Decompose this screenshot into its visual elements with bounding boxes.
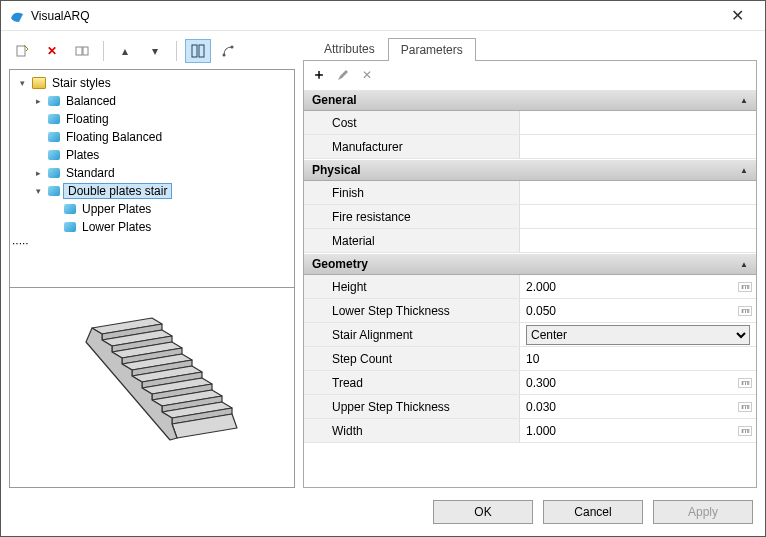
prop-fire-resistance: Fire resistance xyxy=(304,205,756,229)
caret-right-icon[interactable]: ▸ xyxy=(32,96,44,106)
prop-stair-alignment: Stair Alignment Center xyxy=(304,323,756,347)
dialog-footer: OK Cancel Apply xyxy=(1,488,765,536)
tree-item-upper-plates[interactable]: ▸Upper Plates xyxy=(46,200,292,218)
prop-cost: Cost xyxy=(304,111,756,135)
view-mode-b-button[interactable] xyxy=(215,39,241,63)
edit-parameter-button[interactable] xyxy=(332,64,354,86)
unit-icon: ımı xyxy=(738,378,752,388)
unit-icon: ımı xyxy=(738,306,752,316)
tree-item-standard[interactable]: ▸Standard xyxy=(30,164,292,182)
lower-step-thickness-input[interactable] xyxy=(526,304,750,318)
tree-root[interactable]: ▾ Stair styles xyxy=(14,74,292,92)
prop-material: Material xyxy=(304,229,756,253)
caret-down-icon[interactable]: ▾ xyxy=(16,78,28,88)
window-title: VisualARQ xyxy=(31,9,717,23)
prop-width: Width ımı xyxy=(304,419,756,443)
collapse-icon[interactable]: ▲ xyxy=(740,166,748,175)
tree-root-label: Stair styles xyxy=(50,76,113,90)
style-icon xyxy=(48,96,60,106)
step-count-input[interactable] xyxy=(526,352,750,366)
tree-item-double-plates[interactable]: ▾Double plates stair xyxy=(30,182,292,200)
unit-icon: ımı xyxy=(738,426,752,436)
section-physical[interactable]: Physical ▲ xyxy=(304,159,756,181)
svg-rect-4 xyxy=(199,45,204,57)
left-toolbar: ✕ ▴ ▾ xyxy=(9,37,295,65)
style-icon xyxy=(48,132,60,142)
tab-attributes[interactable]: Attributes xyxy=(311,37,388,60)
svg-point-5 xyxy=(223,54,226,57)
prop-height: Height ımı xyxy=(304,275,756,299)
right-panel: Attributes Parameters ＋ ✕ General ▲ Cost… xyxy=(303,37,757,488)
tree-item-lower-plates[interactable]: ▸Lower Plates xyxy=(46,218,292,236)
height-input[interactable] xyxy=(526,280,750,294)
caret-right-icon[interactable]: ▸ xyxy=(32,168,44,178)
stair-preview-icon xyxy=(62,298,242,478)
style-icon xyxy=(48,168,60,178)
tree-item-floating[interactable]: ▸Floating xyxy=(30,110,292,128)
prop-lower-step-thickness: Lower Step Thickness ımı xyxy=(304,299,756,323)
section-geometry[interactable]: Geometry ▲ xyxy=(304,253,756,275)
content: ✕ ▴ ▾ ▾ Stair styles xyxy=(1,31,765,488)
prop-finish: Finish xyxy=(304,181,756,205)
separator xyxy=(176,41,177,61)
prop-manufacturer: Manufacturer xyxy=(304,135,756,159)
delete-button[interactable]: ✕ xyxy=(39,39,65,63)
titlebar: VisualARQ ✕ xyxy=(1,1,765,31)
add-parameter-button[interactable]: ＋ xyxy=(308,64,330,86)
separator xyxy=(103,41,104,61)
move-down-button[interactable]: ▾ xyxy=(142,39,168,63)
prop-step-count: Step Count xyxy=(304,347,756,371)
upper-step-thickness-input[interactable] xyxy=(526,400,750,414)
style-icon xyxy=(48,186,60,196)
svg-point-6 xyxy=(231,46,234,49)
component-icon xyxy=(64,222,76,232)
left-panel: ✕ ▴ ▾ ▾ Stair styles xyxy=(9,37,295,488)
parameters-toolbar: ＋ ✕ xyxy=(303,61,757,89)
material-input[interactable] xyxy=(526,234,750,248)
fire-resistance-input[interactable] xyxy=(526,210,750,224)
tab-bar: Attributes Parameters xyxy=(303,37,757,61)
unit-icon: ımı xyxy=(738,282,752,292)
width-input[interactable] xyxy=(526,424,750,438)
folder-icon xyxy=(32,77,46,89)
svg-rect-3 xyxy=(192,45,197,57)
ok-button[interactable]: OK xyxy=(433,500,533,524)
move-up-button[interactable]: ▴ xyxy=(112,39,138,63)
tread-input[interactable] xyxy=(526,376,750,390)
tree-item-balanced[interactable]: ▸Balanced xyxy=(30,92,292,110)
collapse-icon[interactable]: ▲ xyxy=(740,96,748,105)
new-style-button[interactable] xyxy=(9,39,35,63)
svg-rect-2 xyxy=(83,47,88,55)
caret-down-icon[interactable]: ▾ xyxy=(32,186,44,196)
section-general[interactable]: General ▲ xyxy=(304,89,756,111)
svg-rect-0 xyxy=(17,46,25,56)
rename-button[interactable] xyxy=(69,39,95,63)
tab-parameters[interactable]: Parameters xyxy=(388,38,476,61)
app-icon xyxy=(9,8,25,24)
cost-input[interactable] xyxy=(526,116,750,130)
component-icon xyxy=(64,204,76,214)
apply-button[interactable]: Apply xyxy=(653,500,753,524)
unit-icon: ımı xyxy=(738,402,752,412)
stair-alignment-select[interactable]: Center xyxy=(526,325,750,345)
view-mode-a-button[interactable] xyxy=(185,39,211,63)
prop-tread: Tread ımı xyxy=(304,371,756,395)
manufacturer-input[interactable] xyxy=(526,140,750,154)
style-tree: ▾ Stair styles ▸Balanced ▸Floating ▸Floa… xyxy=(9,69,295,288)
style-icon xyxy=(48,114,60,124)
close-button[interactable]: ✕ xyxy=(717,6,757,25)
tree-item-floating-balanced[interactable]: ▸Floating Balanced xyxy=(30,128,292,146)
preview-panel xyxy=(9,288,295,488)
cancel-button[interactable]: Cancel xyxy=(543,500,643,524)
tree-item-plates[interactable]: ▸Plates xyxy=(30,146,292,164)
svg-rect-1 xyxy=(76,47,82,55)
properties-grid: General ▲ Cost Manufacturer Physical ▲ F… xyxy=(303,89,757,488)
collapse-icon[interactable]: ▲ xyxy=(740,260,748,269)
remove-parameter-button[interactable]: ✕ xyxy=(356,64,378,86)
finish-input[interactable] xyxy=(526,186,750,200)
style-icon xyxy=(48,150,60,160)
tree-resize-handle[interactable]: ····· xyxy=(12,236,292,250)
prop-upper-step-thickness: Upper Step Thickness ımı xyxy=(304,395,756,419)
